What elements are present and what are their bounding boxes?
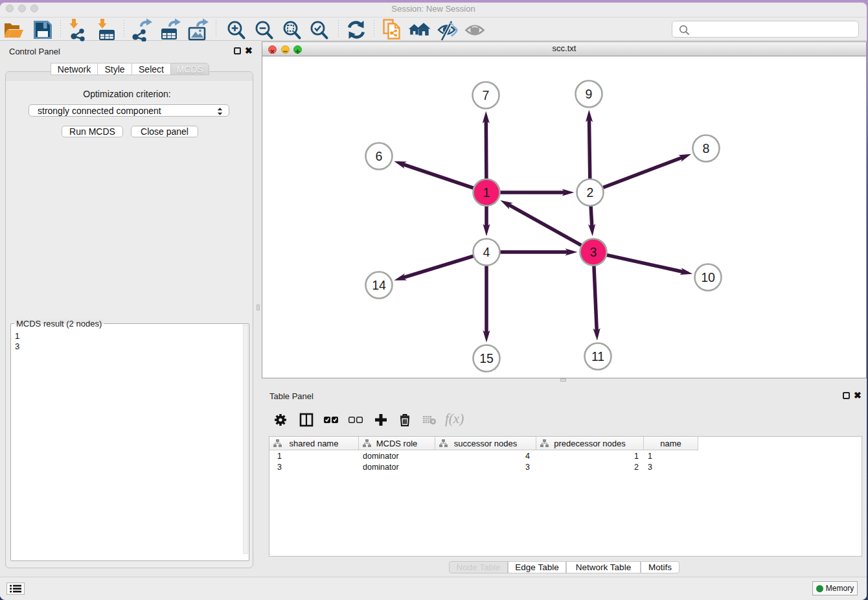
svg-text:6: 6	[376, 149, 383, 163]
svg-text:9: 9	[586, 87, 593, 101]
svg-text:1: 1	[483, 185, 490, 200]
svg-text:8: 8	[703, 141, 710, 156]
svg-text:10: 10	[701, 270, 715, 284]
svg-text:11: 11	[591, 349, 604, 363]
svg-text:7: 7	[483, 88, 490, 102]
svg-text:15: 15	[479, 351, 494, 365]
svg-text:3: 3	[590, 245, 597, 259]
svg-text:4: 4	[483, 245, 490, 259]
svg-text:14: 14	[372, 278, 386, 292]
svg-text:2: 2	[587, 185, 594, 200]
